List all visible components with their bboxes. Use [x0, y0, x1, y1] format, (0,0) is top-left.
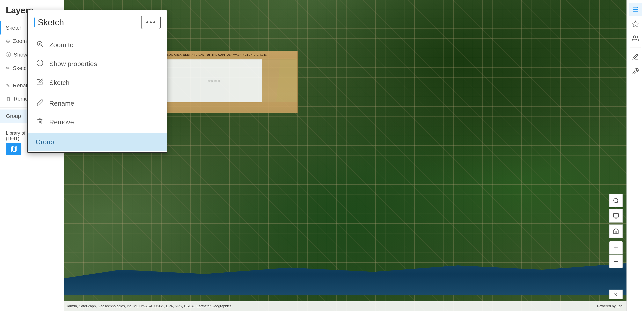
context-menu-sketch[interactable]: Sketch — [28, 73, 167, 92]
dot-2 — [150, 22, 152, 23]
map-home-button[interactable] — [609, 224, 622, 238]
pencil-icon-sidebar: ✏ — [6, 65, 10, 71]
map-zoom-out-button[interactable]: − — [609, 255, 622, 268]
toolbar-sketch-button[interactable] — [628, 50, 642, 64]
dot-3 — [154, 22, 155, 23]
svg-point-12 — [637, 7, 638, 8]
context-menu-group[interactable]: Group — [28, 133, 167, 151]
context-menu-items: Zoom to Show properties Sketch — [28, 34, 167, 152]
dot-1 — [146, 22, 148, 23]
toolbar-layers-button[interactable] — [628, 3, 642, 16]
group-label: Group — [36, 138, 54, 146]
svg-line-17 — [617, 202, 618, 203]
trash-icon-sidebar: 🗑 — [6, 96, 11, 102]
info-icon-sidebar: ⓘ — [6, 51, 11, 58]
context-menu-show-properties[interactable]: Show properties — [28, 54, 167, 73]
svg-point-13 — [637, 9, 638, 10]
context-menu-remove[interactable]: Remove — [28, 113, 167, 131]
zoom-to-icon — [36, 41, 44, 49]
svg-line-1 — [41, 45, 43, 47]
map-zoom-in-button[interactable]: + — [609, 241, 622, 254]
svg-marker-14 — [632, 21, 638, 27]
toolbar-users-button[interactable] — [628, 32, 642, 45]
map-search-button[interactable] — [609, 194, 622, 207]
context-menu-title: Sketch — [34, 18, 64, 27]
menu-divider-2 — [28, 132, 167, 132]
zoom-in-icon: ⊕ — [6, 38, 10, 44]
context-menu-header: Sketch — [28, 10, 167, 34]
sidebar-group-label: Group — [6, 113, 21, 119]
sidebar-sketch-action-label: Sketch — [13, 65, 30, 71]
svg-point-16 — [614, 198, 618, 202]
toolbar-effects-button[interactable] — [628, 17, 642, 31]
river-overlay — [64, 252, 626, 295]
svg-rect-18 — [614, 214, 619, 217]
context-menu-more-button[interactable] — [141, 16, 160, 29]
sketch-pencil-icon — [36, 78, 44, 87]
context-menu-rename[interactable]: Rename — [28, 94, 167, 113]
rename-label: Rename — [49, 100, 74, 107]
svg-point-15 — [633, 36, 636, 38]
menu-divider-1 — [28, 93, 167, 93]
right-toolbar — [626, 0, 644, 311]
rename-pencil-icon — [36, 99, 44, 108]
map-monitor-button[interactable] — [609, 209, 622, 222]
map-controls: + − — [609, 194, 622, 268]
toolbar-settings-button[interactable] — [628, 65, 642, 78]
context-menu-zoom-to[interactable]: Zoom to — [28, 36, 167, 54]
map-controls-spacer — [609, 240, 622, 241]
sidebar-sketch-label: Sketch — [6, 25, 22, 31]
context-menu: Sketch Zoom to — [27, 10, 168, 153]
toolbar-divider-1 — [630, 48, 641, 48]
sketch-action-label: Sketch — [49, 79, 70, 87]
info-circle-icon — [36, 60, 44, 68]
show-properties-label: Show properties — [49, 60, 97, 68]
sidebar-library-icon — [6, 143, 22, 155]
remove-label: Remove — [49, 118, 74, 126]
powered-by-text: Powered by Esri — [597, 304, 622, 308]
zoom-to-label: Zoom to — [49, 41, 74, 49]
trash-icon-menu — [36, 118, 44, 126]
attribution-bar: DCGIS, M-NCPPC, VGIN, Esri, HERE, Garmin… — [0, 301, 626, 311]
rename-icon-sidebar: ✎ — [6, 83, 10, 89]
collapse-button[interactable] — [609, 289, 622, 299]
